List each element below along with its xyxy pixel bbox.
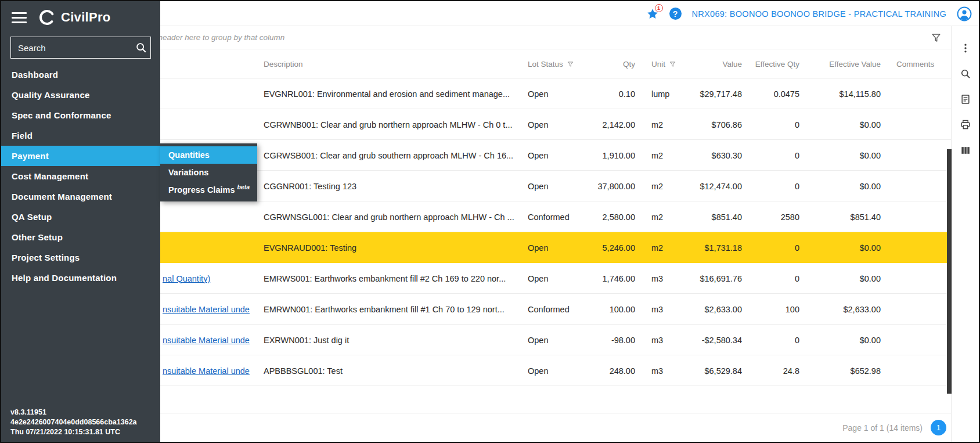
sidebar-menu: DashboardQuality AssuranceSpec and Confo… [1,64,160,288]
value-cell: $630.30 [684,140,742,171]
help-button[interactable]: ? [669,8,682,20]
sidebar-search-box [10,37,151,59]
app-logo: CivilPro [38,9,111,26]
submenu-item-label: Variations [168,168,208,177]
columns-icon [960,145,971,156]
effective-qty-cell: 0 [747,325,799,355]
column-header-label: Description [264,60,303,69]
civilpro-logo-icon [38,9,56,26]
submenu-item-variations[interactable]: Variations [160,164,257,181]
search-icon [960,68,971,80]
effective-value-cell: $0.00 [810,263,881,294]
sidebar-item-help-and-documentation[interactable]: Help and Documentation [1,268,160,288]
item-link[interactable]: nsuitable Material unde [163,336,250,345]
qty-cell: 248.00 [573,355,635,386]
column-header-comments[interactable]: Comments [896,49,949,78]
vertical-scrollbar[interactable] [947,149,952,394]
more-options-button[interactable] [959,41,972,55]
sidebar-item-payment[interactable]: Payment [1,146,160,166]
comments-cell [896,294,949,325]
beta-badge: beta [237,183,250,190]
qty-cell: 1,746.00 [573,263,635,294]
effective-value-cell: $0.00 [810,171,881,201]
sidebar-item-project-settings[interactable]: Project Settings [1,247,160,268]
comments-cell [896,232,949,263]
column-header-label: Value [722,60,742,69]
report-view-button[interactable] [959,92,972,106]
effective-value-cell: $652.98 [810,355,881,386]
qty-cell: 5,246.00 [573,232,635,263]
page-1-button[interactable]: 1 [931,420,946,435]
description-cell: EMRWS001: Earthworks embankment fill #2 … [264,263,531,294]
column-header-effective-value[interactable]: Effective Value [810,49,881,78]
sidebar-item-quality-assurance[interactable]: Quality Assurance [1,85,160,105]
comments-cell [896,325,949,355]
qty-cell: -98.00 [573,325,635,355]
column-header-label: Lot Status [528,60,563,69]
qty-cell: 2,142.00 [573,109,635,140]
comments-cell [896,140,949,171]
effective-value-cell: $2,633.00 [810,294,881,325]
payment-submenu: QuantitiesVariationsProgress Claimsbeta [160,143,257,201]
value-cell: $12,474.00 [684,171,742,201]
value-cell: -$2,580.34 [684,325,742,355]
description-cell: CGRWNSGL001: Clear and grub northern app… [264,201,531,232]
sidebar-item-qa-setup[interactable]: QA Setup [1,207,160,227]
link-cell [163,232,250,263]
sidebar-item-cost-management[interactable]: Cost Management [1,166,160,186]
build-hash: 4e2e2426007404e0dd08566cba1362a [10,417,158,427]
column-header-qty[interactable]: Qty [573,49,635,78]
effective-value-cell: $0.00 [810,109,881,140]
help-icon: ? [669,8,682,20]
effective-value-cell: $0.00 [810,140,881,171]
sidebar-item-field[interactable]: Field [1,125,160,146]
filter-icon[interactable] [931,33,942,44]
column-header-label: Effective Value [829,60,881,69]
item-link[interactable]: nsuitable Material unde [163,305,250,314]
qty-cell: 37,800.00 [573,171,635,201]
item-link[interactable]: nsuitable Material unde [163,366,250,376]
column-header-value[interactable]: Value [684,49,742,78]
effective-qty-cell: 0 [747,263,799,294]
sidebar-item-spec-and-conformance[interactable]: Spec and Conformance [1,105,160,125]
version-info: v8.3.11951 4e2e2426007404e0dd08566cba136… [10,408,158,437]
column-header-label: Comments [896,60,934,69]
grid-search-button[interactable] [959,67,972,81]
link-cell: nsuitable Material unde [163,325,250,355]
column-header-description[interactable]: Description [264,49,531,78]
link-cell: nal Quantity) [163,263,250,294]
link-cell [163,201,250,232]
description-cell: EVGNRAUD001: Testing [264,232,531,263]
unit-filter-icon[interactable] [669,61,676,67]
column-header-label: Unit [651,60,665,69]
effective-value-cell: $0.00 [810,325,881,355]
submenu-item-quantities[interactable]: Quantities [160,146,257,164]
sidebar-item-dashboard[interactable]: Dashboard [1,64,160,85]
kebab-menu-icon [960,42,971,54]
comments-cell [896,355,949,386]
link-cell: nsuitable Material unde [163,294,250,325]
search-icon[interactable] [135,41,147,54]
print-button[interactable] [959,118,972,132]
effective-value-cell: $851.40 [810,201,881,232]
column-header-effective-qty[interactable]: Effective Qty [747,49,799,78]
value-cell: $1,731.18 [684,232,742,263]
page-info: Page 1 of 1 (14 items) [842,423,923,433]
submenu-item-progress-claims[interactable]: Progress Claimsbeta [160,181,257,199]
favorites-star-button[interactable]: 1 [646,8,659,20]
sidebar-item-other-setup[interactable]: Other Setup [1,227,160,247]
effective-qty-cell: 0.0475 [747,78,799,109]
effective-qty-cell: 0 [747,140,799,171]
search-input[interactable] [17,42,135,53]
effective-qty-cell: 0 [747,109,799,140]
build-timestamp: Thu 07/21/2022 10:15:31.81 UTC [10,427,158,437]
user-account-button[interactable] [957,6,972,21]
effective-qty-cell: 100 [747,294,799,325]
hamburger-menu-icon[interactable] [12,12,27,23]
sidebar-item-document-management[interactable]: Document Management [1,186,160,207]
project-title[interactable]: NRX069: BOONOO BOONOO BRIDGE - PRACTICAL… [692,9,947,19]
effective-qty-cell: 0 [747,171,799,201]
effective-qty-cell: 24.8 [747,355,799,386]
item-link[interactable]: nal Quantity) [163,274,210,283]
column-chooser-button[interactable] [959,143,972,157]
